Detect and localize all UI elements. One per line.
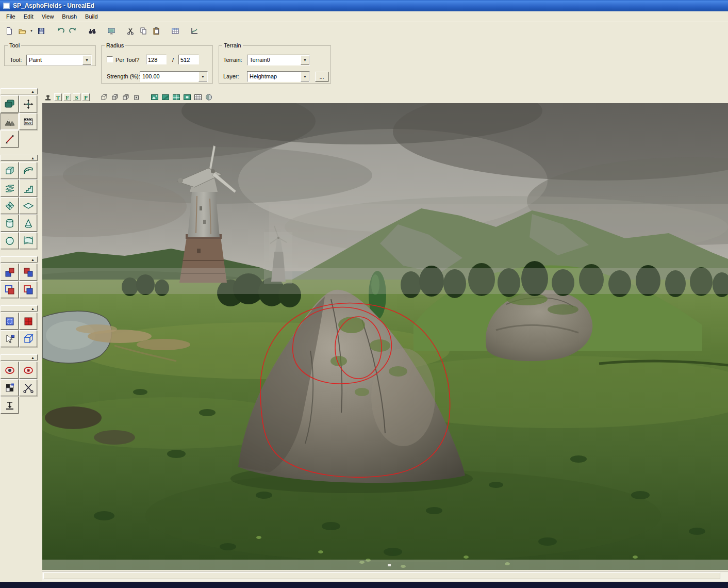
cone-brush-button[interactable]	[19, 215, 37, 232]
menu-build[interactable]: Build	[81, 12, 102, 21]
vertex-marker	[388, 564, 391, 566]
toolbox-section-csg: ▲	[1, 256, 40, 298]
brush-clipping-button[interactable]	[1, 130, 19, 148]
hscroll-thumb[interactable]	[43, 573, 720, 579]
main-toolbar: ▼	[0, 22, 728, 39]
viewport-3d-scene[interactable]	[42, 103, 728, 570]
toolbox-section-brushes: ▲	[1, 155, 40, 249]
misc-collapse-button[interactable]: ▲	[1, 354, 38, 361]
per-tool-label: Per Tool?	[115, 57, 139, 63]
viewport-toolbar: T F S P	[43, 93, 213, 102]
curve-editor-button[interactable]	[188, 24, 201, 37]
per-tool-checkbox[interactable]	[107, 56, 113, 62]
menu-brush[interactable]: Brush	[58, 12, 81, 21]
matinee-button[interactable]: MOV	[19, 113, 37, 130]
vertex-mode-button[interactable]	[99, 93, 108, 102]
volumetric-brush-button[interactable]	[19, 232, 37, 249]
viewport-3d[interactable]	[42, 103, 728, 570]
fog-band	[42, 560, 728, 570]
tool-panel-legend: Tool	[8, 42, 21, 48]
radius-panel: Radius Per Tool? / Strength (%): 100.00 …	[101, 42, 213, 84]
tessellated-brush-button[interactable]	[1, 197, 19, 214]
menu-view[interactable]: View	[38, 12, 58, 21]
realtime-preview-button[interactable]	[204, 93, 213, 102]
camera-movement-button[interactable]	[1, 95, 19, 112]
redo-button[interactable]	[67, 24, 79, 37]
csg-collapse-button[interactable]: ▲	[1, 256, 38, 263]
sphere-brush-button[interactable]	[1, 232, 19, 249]
new-map-button[interactable]	[3, 24, 15, 37]
menu-file[interactable]: File	[2, 12, 20, 21]
decolayer-view-button[interactable]	[183, 93, 192, 102]
sheet-brush-button[interactable]	[19, 197, 37, 214]
open-map-button[interactable]	[15, 24, 28, 37]
toggle-terrain-button[interactable]: T	[54, 93, 62, 101]
csg-subtract-button[interactable]	[19, 264, 37, 281]
modes-collapse-button[interactable]: ▲	[1, 88, 38, 94]
cylinder-brush-button[interactable]	[1, 215, 19, 232]
cube-brush-button[interactable]	[1, 162, 19, 179]
find-actors-button[interactable]	[86, 24, 98, 37]
edge-mode-button[interactable]	[110, 93, 119, 102]
layer-view-button[interactable]	[172, 93, 181, 102]
actor-transform-button[interactable]	[19, 95, 37, 112]
strength-label: Strength (%):	[107, 73, 140, 79]
save-map-button[interactable]	[35, 24, 47, 37]
add-volume-button[interactable]	[19, 330, 37, 347]
chevron-down-icon[interactable]: ▼	[198, 72, 207, 81]
open-map-dropdown-icon[interactable]: ▼	[28, 24, 35, 37]
terrain-label: Terrain:	[223, 57, 242, 63]
strength-value: 100.00	[140, 72, 198, 81]
chevron-down-icon[interactable]: ▼	[82, 55, 91, 65]
toggle-paint-button[interactable]: P	[82, 93, 90, 101]
app-icon	[3, 3, 10, 9]
csg-add-button[interactable]	[1, 264, 19, 281]
brush-stamp-button[interactable]	[43, 93, 53, 102]
toggle-foliage-button[interactable]: F	[63, 93, 71, 101]
brushes-collapse-button[interactable]: ▲	[1, 155, 38, 161]
undo-button[interactable]	[54, 24, 67, 37]
inner-radius-input[interactable]	[146, 55, 167, 64]
toggle-smooth-button[interactable]: S	[73, 93, 80, 101]
terrain-editing-button[interactable]	[1, 113, 19, 130]
volumes-collapse-button[interactable]: ▲	[1, 305, 38, 312]
face-mode-button[interactable]	[121, 93, 130, 102]
viewport-hscrollbar[interactable]	[42, 571, 728, 581]
browser-grid-button[interactable]	[169, 24, 181, 37]
add-special-brush-button[interactable]	[1, 313, 19, 330]
chevron-down-icon[interactable]: ▼	[301, 72, 309, 81]
fullscreen-button[interactable]	[105, 24, 118, 37]
staircase-brush-button[interactable]	[19, 179, 37, 197]
add-static-mesh-button[interactable]	[19, 313, 37, 330]
grid-snap-button[interactable]	[193, 93, 203, 102]
layer-select[interactable]: Heightmap ▼	[247, 71, 310, 82]
terrain-panel: Terrain Terrain: Terrain0 ▼ Layer: Heigh…	[219, 42, 331, 84]
linear-staircase-brush-button[interactable]	[1, 179, 19, 197]
menu-edit[interactable]: Edit	[20, 12, 38, 21]
csg-intersect-button[interactable]	[1, 281, 19, 298]
align-viewport-button[interactable]	[1, 397, 19, 414]
object-mode-button[interactable]	[131, 93, 141, 102]
chevron-down-icon[interactable]: ▼	[301, 55, 309, 65]
strength-select[interactable]: 100.00 ▼	[140, 71, 208, 82]
select-actors-button[interactable]	[1, 330, 19, 347]
layer-browse-button[interactable]: ...	[315, 72, 328, 81]
polygon-cut-button[interactable]	[19, 379, 37, 396]
texture-view-button[interactable]	[161, 93, 170, 102]
terrain-select[interactable]: Terrain0 ▼	[247, 55, 310, 66]
terrain-view-button[interactable]	[150, 93, 159, 102]
tool-select[interactable]: Paint ▼	[26, 55, 92, 66]
toolbox-section-misc: ▲	[1, 354, 40, 414]
copy-button[interactable]	[137, 24, 150, 37]
toolbar-separator	[181, 24, 188, 37]
paste-button[interactable]	[150, 24, 162, 37]
outer-radius-input[interactable]	[178, 55, 199, 64]
texture-lock-button[interactable]	[1, 379, 19, 396]
cut-button[interactable]	[124, 24, 137, 37]
titlebar[interactable]: SP_AsphoFields - UnrealEd	[0, 0, 728, 11]
eye-hide-button[interactable]	[19, 362, 37, 379]
eye-show-button[interactable]	[1, 362, 19, 379]
tool-label: Tool:	[10, 57, 22, 63]
csg-deintersect-button[interactable]	[19, 281, 37, 298]
curved-staircase-brush-button[interactable]	[19, 162, 37, 179]
